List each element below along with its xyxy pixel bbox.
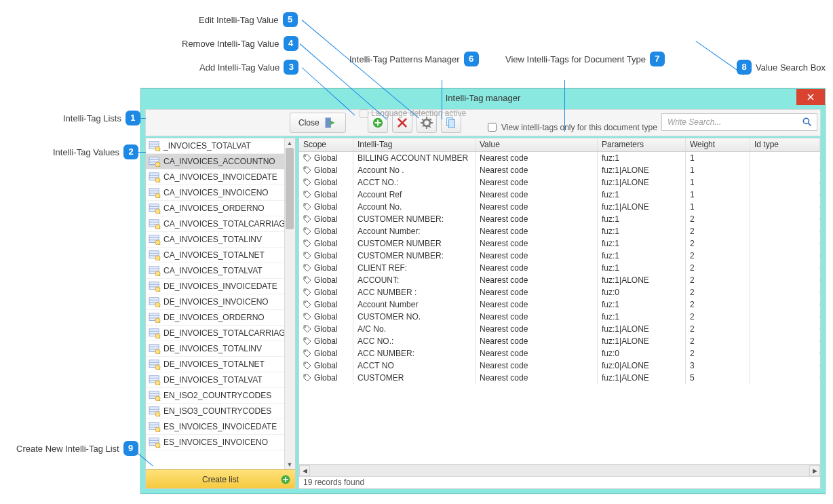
table-tag-icon — [149, 390, 161, 401]
scroll-up-icon[interactable]: ▲ — [284, 138, 295, 148]
list-item[interactable]: CA_INVOICES_INVOICENO — [146, 185, 295, 201]
create-list-button[interactable]: Create list — [146, 469, 295, 488]
list-item[interactable]: ES_INVOICES_INVOICEDATE — [146, 419, 295, 435]
cell-intelli-tag: Account No. — [353, 201, 476, 213]
table-row[interactable]: GlobalAccount NumberNearest codefuz:12 — [299, 298, 820, 311]
col-header-idtype[interactable]: Id type — [750, 138, 820, 151]
table-row[interactable]: GlobalCUSTOMER NUMBER:Nearest codefuz:12 — [299, 250, 820, 262]
svg-line-90 — [159, 400, 161, 401]
table-row[interactable]: GlobalAccount Number:Nearest codefuz:12 — [299, 225, 820, 237]
scrollbar-thumb[interactable] — [286, 148, 294, 229]
search-icon[interactable] — [802, 117, 813, 128]
cell-parameters: fuz:1|ALONE — [598, 201, 686, 213]
svg-line-30 — [159, 213, 161, 214]
list-item[interactable]: DE_INVOICES_INVOICENO — [146, 294, 295, 310]
svg-point-118 — [305, 290, 306, 291]
cell-parameters: fuz:1 — [598, 213, 686, 225]
cell-idtype — [750, 376, 820, 379]
table-row[interactable]: GlobalACC NUMBER :Nearest codefuz:02 — [299, 286, 820, 298]
svg-point-112 — [305, 216, 306, 218]
grid-horizontal-scrollbar[interactable]: ◀ ▶ — [299, 464, 820, 476]
list-item[interactable]: CA_INVOICES_TOTALVAT — [146, 263, 295, 279]
list-item[interactable]: CA_INVOICES_TOTALNET — [146, 248, 295, 263]
col-header-scope[interactable]: Scope — [299, 138, 353, 151]
window-close-button[interactable] — [796, 89, 825, 105]
close-button-label: Close — [298, 118, 319, 128]
list-item-label: EN_ISO3_COUNTRYCODES — [163, 406, 271, 416]
table-row[interactable]: GlobalCUSTOMER NUMBER:Nearest codefuz:12 — [299, 213, 820, 225]
table-row[interactable]: GlobalCUSTOMER NUMBERNearest codefuz:12 — [299, 237, 820, 250]
cell-intelli-tag: Account Number: — [353, 225, 476, 237]
list-item[interactable]: EN_ISO3_COUNTRYCODES — [146, 404, 295, 419]
cell-parameters: fuz:0 — [598, 286, 686, 298]
list-item[interactable]: CA_INVOICES_INVOICEDATE — [146, 170, 295, 185]
table-row[interactable]: GlobalA/C No.Nearest codefuz:1|ALONE2 — [299, 323, 820, 335]
list-item[interactable]: DE_INVOICES_TOTALNET — [146, 357, 295, 372]
callout-number: 9 — [123, 441, 138, 456]
table-row[interactable]: GlobalAccount No .Nearest codefuz:1|ALON… — [299, 164, 820, 176]
list-item[interactable]: DE_INVOICES_INVOICEDATE — [146, 279, 295, 294]
intelli-tag-manager-window: Intelli-Tag manager Close La — [140, 88, 826, 494]
cell-parameters: fuz:1 — [598, 189, 686, 201]
close-button[interactable]: Close — [290, 113, 346, 133]
cell-intelli-tag: Account Number — [353, 298, 476, 311]
scroll-down-icon[interactable]: ▼ — [284, 460, 295, 469]
table-row[interactable]: GlobalACC NUMBER:Nearest codefuz:02 — [299, 347, 820, 360]
table-row[interactable]: GlobalAccount RefNearest codefuz:11 — [299, 189, 820, 201]
view-doctype-checkbox-wrap[interactable]: View intelli-tags only for this document… — [485, 121, 657, 134]
list-item[interactable]: CA_INVOICES_TOTALCARRIAGE — [146, 216, 295, 232]
list-item[interactable]: CA_INVOICES_TOTALINV — [146, 232, 295, 248]
tag-icon — [303, 203, 311, 211]
scroll-right-icon[interactable]: ▶ — [809, 465, 820, 476]
table-row[interactable]: GlobalCUSTOMER NO.Nearest codefuz:12 — [299, 311, 820, 323]
table-tag-icon — [149, 312, 161, 323]
cell-intelli-tag: ACC NO.: — [353, 335, 476, 347]
cell-idtype — [750, 279, 820, 282]
list-item-label: CA_INVOICES_TOTALNET — [163, 250, 265, 260]
list-item[interactable]: CA_INVOICES_ACCOUNTNO — [146, 154, 295, 170]
intelli-tag-values-pane: Scope Intelli-Tag Value Parameters Weigh… — [298, 138, 821, 489]
list-item-label: CA_INVOICES_TOTALVAT — [163, 266, 263, 275]
list-item-label: ES_INVOICES_INVOICEDATE — [163, 422, 277, 431]
svg-line-65 — [159, 322, 161, 323]
col-header-tag[interactable]: Intelli-Tag — [353, 138, 476, 151]
list-item[interactable]: DE_INVOICES_TOTALINV — [146, 341, 295, 357]
table-row[interactable]: GlobalACCT NO.:Nearest codefuz:1|ALONE1 — [299, 176, 820, 189]
table-row[interactable]: GlobalAccount No.Nearest codefuz:1|ALONE… — [299, 201, 820, 213]
col-header-params[interactable]: Parameters — [598, 138, 686, 151]
table-row[interactable]: GlobalACCOUNT:Nearest codefuz:1|ALONE2 — [299, 274, 820, 286]
table-row[interactable]: GlobalACC NO.:Nearest codefuz:1|ALONE2 — [299, 335, 820, 347]
cell-parameters: fuz:1 — [598, 262, 686, 274]
list-item[interactable]: _INVOICES_TOTALVAT — [146, 138, 295, 154]
exit-icon — [324, 116, 337, 130]
scroll-left-icon[interactable]: ◀ — [299, 465, 310, 476]
cell-parameters: fuz:1|ALONE — [598, 164, 686, 176]
create-list-label: Create list — [202, 475, 239, 484]
table-row[interactable]: GlobalCUSTOMERNearest codefuz:1|ALONE5 — [299, 372, 820, 384]
callout-number: 8 — [737, 60, 752, 75]
search-box[interactable] — [661, 113, 817, 131]
list-item[interactable]: DE_INVOICES_TOTALVAT — [146, 372, 295, 388]
cell-scope: Global — [299, 152, 353, 164]
list-item[interactable]: EN_ISO2_COUNTRYCODES — [146, 388, 295, 404]
cell-weight: 2 — [686, 225, 750, 237]
view-doctype-checkbox[interactable] — [488, 123, 497, 132]
table-row[interactable]: GlobalACCT NONearest codefuz:0|ALONE3 — [299, 360, 820, 372]
list-item[interactable]: ES_INVOICES_INVOICENO — [146, 435, 295, 450]
grid-header: Scope Intelli-Tag Value Parameters Weigh… — [299, 138, 820, 152]
col-header-weight[interactable]: Weight — [686, 138, 750, 151]
cell-scope: Global — [299, 201, 353, 213]
vertical-scrollbar[interactable]: ▲ ▼ — [284, 138, 295, 469]
table-row[interactable]: GlobalBILLING ACCOUNT NUMBERNearest code… — [299, 152, 820, 164]
cell-scope: Global — [299, 323, 353, 335]
svg-point-110 — [305, 192, 306, 193]
tag-list-scroll[interactable]: _INVOICES_TOTALVATCA_INVOICES_ACCOUNTNOC… — [146, 138, 295, 469]
list-item[interactable]: DE_INVOICES_ORDERNO — [146, 310, 295, 326]
col-header-value[interactable]: Value — [476, 138, 598, 151]
list-item[interactable]: CA_INVOICES_ORDERNO — [146, 201, 295, 216]
cell-value: Nearest code — [476, 250, 598, 262]
search-input[interactable] — [666, 117, 802, 128]
list-item[interactable]: DE_INVOICES_TOTALCARRIAGE — [146, 326, 295, 341]
cell-parameters: fuz:1 — [598, 225, 686, 237]
table-row[interactable]: GlobalCLIENT REF:Nearest codefuz:12 — [299, 262, 820, 274]
